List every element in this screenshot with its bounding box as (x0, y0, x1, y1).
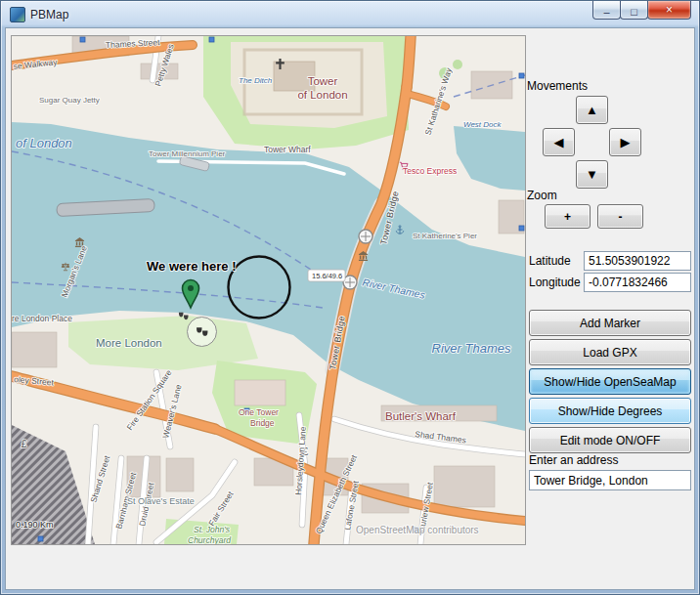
map-label: River Thames (432, 341, 511, 356)
node-square[interactable] (519, 226, 524, 231)
map-label: re London Place (12, 314, 72, 323)
zoom-out-button[interactable]: - (597, 204, 643, 229)
add-marker-button[interactable]: Add Marker (529, 310, 691, 336)
toggle-degrees-button[interactable]: Show/Hide Degrees (529, 398, 691, 424)
map-label: More London (96, 337, 162, 349)
minimize-button[interactable]: – (592, 1, 621, 20)
map-label: The Ditch (239, 76, 273, 85)
zoom-label: Zoom (527, 189, 557, 202)
plus-icon: + (564, 210, 571, 224)
move-right-button[interactable]: ▶ (609, 128, 641, 156)
map-label: Tower Millennium Pier (149, 149, 226, 158)
map-label: of London (297, 89, 347, 101)
node-square[interactable] (209, 37, 214, 42)
close-icon: × (666, 4, 673, 17)
map-container: £ (11, 35, 526, 545)
map-label: Sugar Quay Jetty (39, 96, 100, 105)
map-scale: 0.190 Km (16, 520, 54, 530)
movements-label: Movements (527, 79, 588, 93)
edit-mode-button[interactable]: Edit mode ON/OFF (529, 427, 691, 453)
app-window: PBMap – □ × £ (0, 0, 700, 595)
poi-circle-button[interactable] (188, 318, 217, 347)
map-canvas[interactable]: £ (12, 36, 525, 544)
latitude-label: Latitude (529, 254, 571, 268)
map-label: St. John's (194, 525, 231, 534)
map-label: Butler's Wharf (385, 410, 457, 422)
move-up-button[interactable]: ▲ (576, 96, 608, 124)
edit-mode-label: Edit mode ON/OFF (560, 434, 661, 447)
arrow-right-icon: ▶ (621, 135, 631, 149)
map-label: Tower (308, 75, 338, 87)
minus-icon: - (619, 210, 623, 224)
map-label: St Katherine's Pier (413, 232, 477, 240)
address-label: Enter an address (529, 453, 618, 467)
node-square[interactable] (80, 37, 85, 42)
map-label: One Tower (239, 407, 279, 417)
zoom-in-button[interactable]: + (545, 204, 591, 229)
map-attribution: OpenStreetMap contributors (356, 525, 479, 535)
bridge-clearance-label: 15.6/49.6 (312, 272, 342, 280)
node-square[interactable] (519, 73, 524, 78)
toggle-openseamap-button[interactable]: Show/Hide OpenSeaMap (529, 368, 691, 395)
map-label: Tesco Express (403, 166, 457, 176)
map-label: West Dock (463, 120, 503, 129)
window-title: PBMap (30, 8, 68, 21)
add-marker-label: Add Marker (580, 317, 640, 330)
maximize-icon: □ (631, 6, 637, 19)
move-down-button[interactable]: ▼ (576, 160, 608, 189)
marker-label: We were here ! (147, 259, 237, 274)
latitude-input[interactable] (584, 251, 691, 271)
app-icon (10, 7, 25, 22)
map-label: Tower Wharf (264, 145, 311, 154)
map-label: St Olave's Estate (127, 496, 195, 506)
maximize-button[interactable]: □ (620, 1, 648, 20)
pound-icon (22, 439, 27, 449)
load-gpx-label: Load GPX (583, 346, 636, 360)
minimize-icon: – (603, 6, 609, 19)
arrow-left-icon: ◀ (554, 135, 564, 149)
close-button[interactable]: × (647, 1, 691, 20)
arrow-up-icon: ▲ (586, 103, 598, 117)
toggle-openseamap-label: Show/Hide OpenSeaMap (544, 375, 676, 389)
toggle-degrees-label: Show/Hide Degrees (558, 404, 663, 418)
longitude-label: Longitude (529, 276, 581, 289)
map-label: of London (16, 136, 72, 150)
address-input[interactable] (529, 470, 691, 490)
longitude-input[interactable] (584, 273, 691, 292)
map-label: Churchyard (188, 535, 231, 544)
load-gpx-button[interactable]: Load GPX (529, 339, 691, 365)
map-label: Bridge (250, 418, 275, 428)
node-square[interactable] (38, 536, 43, 541)
arrow-down-icon: ▼ (586, 167, 598, 182)
move-left-button[interactable]: ◀ (543, 128, 575, 156)
